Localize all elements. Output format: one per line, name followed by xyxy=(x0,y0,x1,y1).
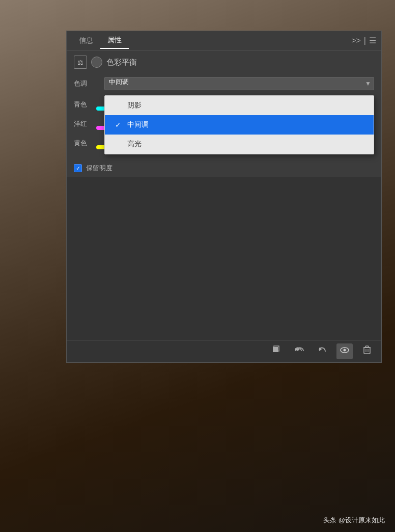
preserve-luminosity-label: 保留明度 xyxy=(86,164,112,173)
preserve-luminosity-checkbox[interactable]: ✓ xyxy=(74,164,82,172)
delete-button[interactable] xyxy=(360,343,374,359)
midtones-check: ✓ xyxy=(115,121,123,129)
clip-button[interactable] xyxy=(268,343,284,359)
label-magenta: 洋红 xyxy=(74,119,92,128)
dropdown-arrow-icon: ▼ xyxy=(365,80,371,87)
panel-empty-area xyxy=(67,177,381,340)
dropdown-option-highlights[interactable]: 高光 xyxy=(105,135,374,154)
panel-header: ⚖ 色彩平衡 xyxy=(67,50,381,74)
tab-more-icon[interactable]: >> xyxy=(351,36,361,45)
tone-row: 色调 中间调 ▼ 阴影 ✓ 中间调 高光 xyxy=(67,74,381,93)
tab-menu-icon[interactable]: ☰ xyxy=(369,36,376,45)
label-yellow: 黄色 xyxy=(74,139,92,148)
tone-label: 色调 xyxy=(74,79,104,88)
svg-rect-7 xyxy=(364,348,370,354)
visibility-button[interactable] xyxy=(336,343,353,359)
dropdown-option-shadow[interactable]: 阴影 xyxy=(105,96,374,115)
tab-bar: 信息 属性 >> | ☰ xyxy=(67,31,381,50)
tab-actions: >> | ☰ xyxy=(351,36,376,45)
undo-button[interactable] xyxy=(314,343,329,359)
circle-icon xyxy=(91,57,102,68)
watermark: 头条 @设计原来如此 xyxy=(323,516,385,525)
tab-properties[interactable]: 属性 xyxy=(100,33,129,49)
svg-point-6 xyxy=(344,349,346,352)
reset-all-button[interactable] xyxy=(291,343,307,359)
tone-dropdown[interactable]: 中间调 xyxy=(104,77,374,90)
label-cyan: 青色 xyxy=(74,100,92,109)
bottom-toolbar xyxy=(67,340,381,362)
preserve-luminosity-row: ✓ 保留明度 xyxy=(67,159,381,177)
svg-rect-9 xyxy=(365,346,369,348)
tone-dropdown-menu: 阴影 ✓ 中间调 高光 xyxy=(104,95,374,154)
dropdown-option-midtones[interactable]: ✓ 中间调 xyxy=(105,115,374,135)
balance-icon: ⚖ xyxy=(74,56,87,69)
panel-title: 色彩平衡 xyxy=(106,58,137,67)
tab-info[interactable]: 信息 xyxy=(72,33,100,48)
properties-panel: 信息 属性 >> | ☰ ⚖ 色彩平衡 色调 中间调 ▼ 阴影 ✓ xyxy=(66,31,382,363)
